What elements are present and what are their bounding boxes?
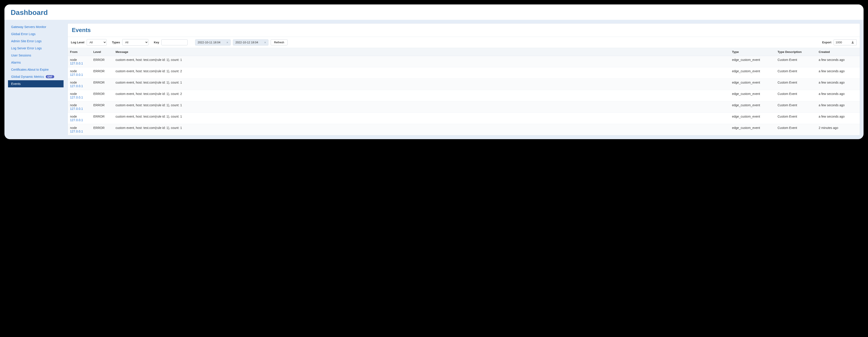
- cell-message: custom event, host: test.com(rule id: 1)…: [113, 79, 730, 90]
- sidebar-item-alarms[interactable]: Alarms: [8, 59, 64, 66]
- cell-type-desc: Custom Event: [775, 90, 816, 101]
- export-input[interactable]: [834, 39, 849, 45]
- from-ip-link[interactable]: 127.0.0.1: [70, 62, 89, 65]
- cell-from: node127.0.0.1: [68, 113, 91, 124]
- cell-message: custom event, host: test.com(rule id: 1)…: [113, 124, 730, 135]
- cell-message: custom event, host: test.com(rule id: 1)…: [113, 56, 730, 67]
- main-panel: Events Log Level All Types All Key 2022-…: [67, 23, 860, 135]
- cell-level: ERROR: [91, 101, 113, 113]
- cell-from: node127.0.0.1: [68, 79, 91, 90]
- cell-from: node127.0.0.1: [68, 67, 91, 79]
- cell-type: edge_custom_event: [730, 124, 775, 135]
- cell-created: a few seconds ago: [816, 113, 860, 124]
- table-row: node127.0.0.1ERRORcustom event, host: te…: [68, 124, 860, 135]
- cell-message: custom event, host: test.com(rule id: 1)…: [113, 67, 730, 79]
- sidebar-item-admin-site-error-logs[interactable]: Admin Site Error Logs: [8, 37, 64, 45]
- cell-type: edge_custom_event: [730, 79, 775, 90]
- log-level-label: Log Level: [71, 41, 85, 44]
- sidebar-item-global-dynamic-metrics[interactable]: Global Dynamic MetricsENT: [8, 73, 64, 80]
- from-ip-link[interactable]: 127.0.0.1: [70, 107, 89, 111]
- sidebar-item-gateway-servers-monitor[interactable]: Gateway Servers Monitor: [8, 23, 64, 30]
- cell-type-desc: Custom Event: [775, 124, 816, 135]
- sidebar-item-global-error-logs[interactable]: Global Error Logs: [8, 30, 64, 37]
- sidebar: Gateway Servers MonitorGlobal Error Logs…: [8, 23, 64, 135]
- from-ip-link[interactable]: 127.0.0.1: [70, 130, 89, 133]
- table-header-row: From Level Message Type Type Description…: [68, 48, 860, 56]
- cell-level: ERROR: [91, 124, 113, 135]
- cell-type-desc: Custom Event: [775, 113, 816, 124]
- cell-created: a few seconds ago: [816, 56, 860, 67]
- sidebar-item-label: Alarms: [11, 61, 21, 64]
- from-ip-link[interactable]: 127.0.0.1: [70, 73, 89, 76]
- from-ip-link[interactable]: 127.0.0.1: [70, 96, 89, 99]
- sidebar-item-user-sessions[interactable]: User Sessions: [8, 52, 64, 59]
- cell-type: edge_custom_event: [730, 113, 775, 124]
- cell-type-desc: Custom Event: [775, 56, 816, 67]
- download-button[interactable]: [849, 39, 857, 45]
- sidebar-item-log-server-error-logs[interactable]: Log Server Error Logs: [8, 45, 64, 52]
- col-type: Type: [730, 48, 775, 56]
- filter-bar: Log Level All Types All Key 2022-10-11 1…: [68, 37, 860, 48]
- sidebar-item-label: Global Error Logs: [11, 32, 36, 36]
- types-label: Types: [112, 41, 120, 44]
- svg-rect-0: [851, 43, 854, 43]
- sidebar-item-certificates-about-to-expire[interactable]: Certificates About to Expire: [8, 66, 64, 73]
- cell-from: node127.0.0.1: [68, 56, 91, 67]
- cell-created: a few seconds ago: [816, 90, 860, 101]
- ent-badge: ENT: [46, 75, 54, 78]
- from-node-label: node: [70, 92, 77, 96]
- sidebar-item-label: Events: [11, 82, 21, 86]
- cell-message: custom event, host: test.com(rule id: 1)…: [113, 113, 730, 124]
- col-level: Level: [91, 48, 113, 56]
- download-icon: [851, 41, 854, 44]
- cell-message: custom event, host: test.com(rule id: 1)…: [113, 101, 730, 113]
- page-title: Events: [68, 24, 860, 37]
- refresh-button[interactable]: Refresh: [271, 39, 287, 45]
- from-node-label: node: [70, 81, 77, 84]
- sidebar-item-label: Certificates About to Expire: [11, 68, 49, 71]
- export-label: Export: [822, 41, 831, 44]
- app-window: Dashboard Gateway Servers MonitorGlobal …: [4, 4, 864, 139]
- cell-type: edge_custom_event: [730, 90, 775, 101]
- col-type-desc: Type Description: [775, 48, 816, 56]
- header-bar: Dashboard: [4, 4, 864, 20]
- cell-message: custom event, host: test.com(rule id: 1)…: [113, 90, 730, 101]
- table-row: node127.0.0.1ERRORcustom event, host: te…: [68, 113, 860, 124]
- cell-created: a few seconds ago: [816, 79, 860, 90]
- table-row: node127.0.0.1ERRORcustom event, host: te…: [68, 56, 860, 67]
- sidebar-item-label: Gateway Servers Monitor: [11, 25, 46, 29]
- from-node-label: node: [70, 103, 77, 107]
- clear-date-to-icon[interactable]: ×: [264, 41, 266, 44]
- from-node-label: node: [70, 58, 77, 62]
- date-from-chip[interactable]: 2022-10-11 18:04 ×: [195, 39, 231, 45]
- from-ip-link[interactable]: 127.0.0.1: [70, 118, 89, 122]
- cell-type: edge_custom_event: [730, 101, 775, 113]
- cell-type: edge_custom_event: [730, 56, 775, 67]
- cell-type: edge_custom_event: [730, 67, 775, 79]
- dashboard-title: Dashboard: [11, 8, 857, 17]
- from-node-label: node: [70, 115, 77, 118]
- cell-level: ERROR: [91, 113, 113, 124]
- from-node-label: node: [70, 69, 77, 73]
- cell-created: a few seconds ago: [816, 67, 860, 79]
- date-to-chip[interactable]: 2022-10-12 18:04 ×: [233, 39, 269, 45]
- key-label: Key: [154, 41, 159, 44]
- col-message: Message: [113, 48, 730, 56]
- sidebar-item-label: Global Dynamic Metrics: [11, 75, 44, 79]
- date-to-value: 2022-10-12 18:04: [235, 41, 258, 44]
- cell-created: a few seconds ago: [816, 101, 860, 113]
- sidebar-item-label: Admin Site Error Logs: [11, 39, 41, 43]
- cell-level: ERROR: [91, 90, 113, 101]
- key-input[interactable]: [161, 39, 188, 45]
- clear-date-from-icon[interactable]: ×: [226, 41, 228, 44]
- from-node-label: node: [70, 126, 77, 130]
- from-ip-link[interactable]: 127.0.0.1: [70, 84, 89, 88]
- events-table: From Level Message Type Type Description…: [68, 48, 860, 135]
- cell-from: node127.0.0.1: [68, 101, 91, 113]
- table-row: node127.0.0.1ERRORcustom event, host: te…: [68, 79, 860, 90]
- log-level-select[interactable]: All: [87, 39, 107, 45]
- sidebar-item-events[interactable]: Events: [8, 80, 64, 87]
- table-row: node127.0.0.1ERRORcustom event, host: te…: [68, 90, 860, 101]
- types-select[interactable]: All: [122, 39, 149, 45]
- cell-type-desc: Custom Event: [775, 79, 816, 90]
